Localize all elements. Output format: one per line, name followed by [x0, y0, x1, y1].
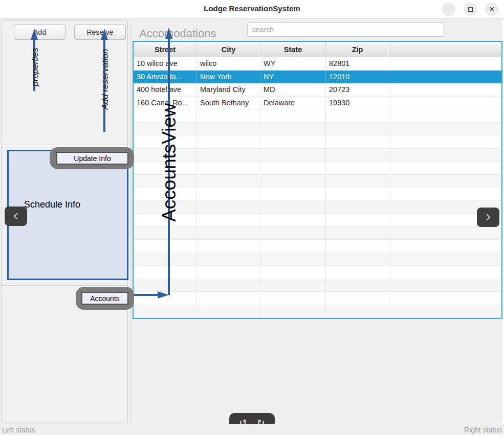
table-cell[interactable]	[389, 188, 501, 200]
table-row[interactable]	[134, 227, 501, 240]
table-cell[interactable]	[197, 162, 260, 174]
table-row[interactable]	[134, 175, 501, 188]
table-cell[interactable]: 20723	[326, 83, 389, 96]
table-cell[interactable]: wilco	[197, 57, 260, 70]
table-cell[interactable]	[389, 175, 501, 188]
column-header-state[interactable]: State	[260, 42, 326, 57]
table-cell[interactable]	[389, 266, 501, 279]
table-cell[interactable]	[260, 266, 326, 279]
table-cell[interactable]	[389, 240, 501, 253]
column-header-city[interactable]: City	[197, 42, 260, 57]
table-cell[interactable]	[197, 227, 260, 240]
table-cell[interactable]	[197, 279, 260, 292]
table-row[interactable]	[134, 162, 501, 175]
table-cell[interactable]	[197, 305, 260, 318]
table-cell[interactable]: 12010	[326, 71, 389, 83]
table-cell[interactable]	[326, 162, 389, 174]
table-cell[interactable]: NY	[260, 71, 326, 83]
table-cell[interactable]: New York	[197, 71, 260, 83]
table-cell[interactable]	[197, 123, 260, 135]
table-cell[interactable]	[197, 253, 260, 266]
reserve-button[interactable]: Reserve	[74, 25, 126, 40]
table-cell[interactable]	[197, 240, 260, 253]
table-cell[interactable]	[389, 71, 501, 83]
table-cell[interactable]	[326, 135, 389, 148]
table-cell[interactable]	[260, 305, 326, 318]
table-cell[interactable]	[260, 201, 326, 214]
table-cell[interactable]	[389, 162, 501, 174]
minimize-button[interactable]: –	[442, 3, 455, 16]
table-cell[interactable]	[389, 123, 501, 135]
table-cell[interactable]	[197, 201, 260, 214]
table-row[interactable]	[134, 266, 501, 279]
maximize-button[interactable]	[464, 3, 477, 16]
table-cell[interactable]	[134, 253, 197, 266]
table-row[interactable]	[134, 305, 501, 318]
table-cell[interactable]	[389, 227, 501, 240]
table-cell[interactable]	[260, 214, 326, 226]
table-cell[interactable]	[326, 175, 389, 188]
table-cell[interactable]	[134, 240, 197, 253]
table-row[interactable]	[134, 292, 501, 305]
table-cell[interactable]: 400 hotel ave	[134, 83, 197, 96]
table-cell[interactable]	[389, 109, 501, 122]
table-cell[interactable]: Maryland City	[197, 83, 260, 96]
table-cell[interactable]	[134, 227, 197, 240]
close-button[interactable]: ✕	[485, 3, 498, 16]
table-cell[interactable]	[197, 109, 260, 122]
update-info-button[interactable]: Update Info	[56, 152, 128, 165]
table-cell[interactable]	[260, 292, 326, 305]
table-row[interactable]: 30 Amstada...New YorkNY12010	[134, 71, 501, 84]
table-cell[interactable]	[326, 227, 389, 240]
table-cell[interactable]	[389, 57, 501, 70]
table-cell[interactable]	[134, 292, 197, 305]
table-cell[interactable]	[326, 123, 389, 135]
table-cell[interactable]	[389, 292, 501, 305]
table-cell[interactable]: Delaware	[260, 97, 326, 109]
table-cell[interactable]	[260, 253, 326, 266]
table-cell[interactable]	[389, 83, 501, 96]
table-row[interactable]	[134, 240, 501, 253]
table-cell[interactable]: MD	[260, 83, 326, 96]
accounts-button[interactable]: Accounts	[81, 292, 128, 305]
table-row[interactable]	[134, 253, 501, 266]
table-row[interactable]	[134, 123, 501, 136]
table-cell[interactable]	[326, 149, 389, 162]
table-row[interactable]	[134, 109, 501, 123]
table-cell[interactable]	[326, 109, 389, 122]
table-cell[interactable]	[197, 135, 260, 148]
table-cell[interactable]	[389, 149, 501, 162]
table-cell[interactable]	[389, 305, 501, 318]
table-cell[interactable]	[260, 162, 326, 174]
table-cell[interactable]	[389, 279, 501, 292]
table-cell[interactable]	[326, 292, 389, 305]
table-cell[interactable]	[260, 175, 326, 188]
table-row[interactable]	[134, 201, 501, 214]
table-cell[interactable]	[326, 201, 389, 214]
table-cell[interactable]	[197, 292, 260, 305]
table-cell[interactable]	[134, 305, 197, 318]
table-cell[interactable]	[134, 279, 197, 292]
table-row[interactable]	[134, 279, 501, 292]
table-row[interactable]	[134, 214, 501, 227]
table-cell[interactable]	[326, 266, 389, 279]
table-cell[interactable]	[389, 135, 501, 148]
table-cell[interactable]	[260, 240, 326, 253]
table-cell[interactable]	[260, 109, 326, 122]
table-cell[interactable]	[197, 188, 260, 200]
table-cell[interactable]	[260, 123, 326, 135]
table-cell[interactable]	[326, 279, 389, 292]
table-cell[interactable]: 10 wilco ave	[134, 57, 197, 70]
search-input[interactable]	[247, 22, 444, 37]
table-cell[interactable]	[389, 253, 501, 266]
table-cell[interactable]	[326, 253, 389, 266]
table-cell[interactable]	[197, 214, 260, 226]
table-cell[interactable]	[260, 227, 326, 240]
table-cell[interactable]: 19930	[326, 97, 389, 109]
table-cell[interactable]	[260, 149, 326, 162]
panel-splitter[interactable]	[130, 20, 131, 423]
table-cell[interactable]	[326, 240, 389, 253]
column-header-blank[interactable]	[389, 42, 501, 57]
column-header-street[interactable]: Street	[134, 42, 197, 57]
table-cell[interactable]	[326, 305, 389, 318]
